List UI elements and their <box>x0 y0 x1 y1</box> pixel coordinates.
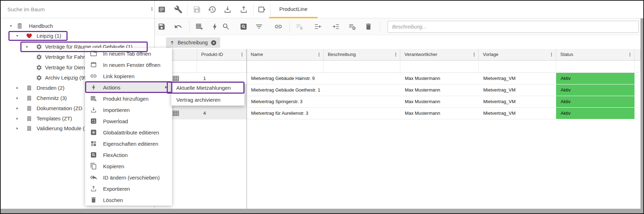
cell-name[interactable]: Mietvertrag Springerstr. 3 <box>247 96 324 108</box>
horizontal-scrollbar[interactable] <box>1 209 643 213</box>
indent-right-icon[interactable] <box>332 23 340 31</box>
menu-item-in-neuem-fenster-ffnen[interactable]: In neuem Fenster öffnen <box>85 59 172 70</box>
search-box-icon[interactable] <box>240 23 248 31</box>
flexaction-icon <box>90 151 97 158</box>
status-badge[interactable]: Aktiv <box>556 84 635 96</box>
table-add-icon[interactable] <box>195 23 203 31</box>
column-header-beschreibung[interactable]: Beschreibung <box>324 49 400 61</box>
cell-vorlage[interactable]: Mietvertrag_VM <box>479 96 556 108</box>
chevron-right-icon[interactable] <box>15 106 20 111</box>
cell-produkt-id[interactable]: 4 <box>197 108 247 119</box>
column-header-produkt-id[interactable]: Produkt-ID <box>197 49 247 61</box>
column-header-vorlage[interactable]: Vorlage <box>479 49 556 61</box>
submenu-item-vertrag-archivieren[interactable]: Vertrag archivieren <box>171 94 244 106</box>
tab-new-icon[interactable] <box>257 5 266 14</box>
submenu-item-aktuelle-mietzahlungen[interactable]: Aktuelle Mietzahlungen <box>171 82 244 94</box>
tree-item-leipzig-1[interactable]: Leipzig (1) <box>1 31 154 41</box>
menu-item-link-kopieren[interactable]: Link kopieren <box>85 70 172 82</box>
menu-item-in-neuem-tab-ffnen[interactable]: In neuem Tab öffnen <box>85 48 172 59</box>
chevron-right-icon[interactable] <box>15 116 20 121</box>
cell-verantwortlicher[interactable]: Max Mustermann <box>400 108 479 119</box>
bolt-icon[interactable] <box>211 23 219 31</box>
cell-name[interactable]: Mietvertrag Gebäude Hainstr. 9 <box>247 73 324 84</box>
menu-item-globalattribute-editieren[interactable]: Globalattribute editieren <box>85 127 172 138</box>
chevron-right-icon[interactable] <box>15 86 20 90</box>
filter-cell[interactable] <box>400 61 479 73</box>
filter-cell[interactable] <box>247 61 324 73</box>
menu-item-l-schen[interactable]: Löschen <box>85 194 172 206</box>
menu-item-label: FlexAction <box>103 152 128 158</box>
menu-item-powerload[interactable]: Powerload <box>85 115 172 127</box>
indent-left-icon[interactable] <box>314 23 322 31</box>
column-header-verantwortlicher[interactable]: Verantwortlicher <box>400 49 479 61</box>
filter-cell[interactable] <box>197 61 247 73</box>
filter-cell[interactable] <box>635 61 640 73</box>
wrench-icon[interactable] <box>174 5 183 14</box>
chevron-right-icon[interactable] <box>15 96 20 101</box>
import-icon[interactable] <box>223 5 232 14</box>
dots-vertical-icon[interactable] <box>627 52 633 57</box>
tab-productline[interactable]: ProductLine <box>269 1 318 18</box>
menu-item-exportieren[interactable]: Exportieren <box>85 183 172 194</box>
menu-item-kopieren[interactable]: Kopieren <box>85 160 172 172</box>
status-badge[interactable]: Aktiv <box>556 96 635 108</box>
filter-cell[interactable] <box>556 61 635 73</box>
cell-verantwortlicher[interactable]: Max Mustermann <box>400 73 479 84</box>
cell-beschreibung[interactable] <box>324 84 400 96</box>
status-badge[interactable]: Aktiv <box>556 73 635 84</box>
list-history-icon[interactable] <box>348 23 356 31</box>
chevron-right-icon[interactable] <box>25 44 30 49</box>
menu-item-importieren[interactable]: Importieren <box>85 104 172 115</box>
dots-vertical-icon[interactable] <box>393 52 398 57</box>
remove-sort-icon[interactable] <box>211 40 217 46</box>
cell-vorlage[interactable]: Mietvertrag_VM <box>479 108 556 119</box>
filter-cell[interactable] <box>324 61 400 73</box>
cell-beschreibung[interactable] <box>324 108 400 119</box>
dots-vertical-icon[interactable] <box>471 52 477 57</box>
column-header-name[interactable]: Name <box>247 49 324 61</box>
tree-item-handbuch[interactable]: Handbuch <box>1 21 154 31</box>
cell-beschreibung[interactable] <box>324 96 400 108</box>
tree-item-label: Handbuch <box>29 21 53 31</box>
cell-beschreibung[interactable] <box>324 73 400 84</box>
beschreibung-filter-input[interactable] <box>388 21 639 33</box>
menu-item-id-ndern-verschieben[interactable]: ID ändern (verschieben) <box>85 172 172 183</box>
cell-vorlage[interactable]: Mietvertrag_VM <box>479 84 556 96</box>
cell-verantwortlicher[interactable]: Max Mustermann <box>400 84 479 96</box>
cell-name[interactable]: Mietvertrag Gebäude Goethestr. 1 <box>247 84 324 96</box>
tree-search-input[interactable] <box>7 1 139 17</box>
list-lock-icon[interactable] <box>295 23 304 31</box>
cell-vorlage[interactable]: Mietvertrag_VM <box>479 73 556 84</box>
search-icon[interactable] <box>222 23 230 31</box>
chevron-down-icon[interactable] <box>8 24 13 29</box>
filter-icon[interactable] <box>255 23 263 31</box>
trash-icon[interactable] <box>364 23 372 31</box>
panel-resize-handle-icon[interactable]: ‖ <box>151 6 153 12</box>
dots-vertical-icon[interactable] <box>316 52 322 57</box>
save-icon[interactable] <box>158 23 166 31</box>
filter-cell[interactable] <box>479 61 556 73</box>
toolbar-separator <box>187 4 188 15</box>
menu-item-actions[interactable]: Actions <box>85 82 172 93</box>
history-icon[interactable] <box>208 5 216 14</box>
form-panel-icon[interactable] <box>158 5 166 14</box>
cell-verantwortlicher[interactable]: Max Mustermann <box>400 96 479 108</box>
vertical-scrollbar[interactable] <box>640 18 643 209</box>
export-icon[interactable] <box>240 5 248 14</box>
link-icon[interactable] <box>274 23 282 31</box>
cell-name[interactable]: Mietvertrag für Aurelienstr. 3 <box>247 108 324 119</box>
dots-vertical-icon[interactable] <box>549 52 554 57</box>
dots-vertical-icon[interactable] <box>239 52 245 57</box>
menu-item-eigenschaften-editieren[interactable]: Eigenschaften editieren <box>85 138 172 149</box>
status-badge[interactable]: Aktiv <box>556 108 635 119</box>
menu-item-flexaction[interactable]: FlexAction <box>85 149 172 160</box>
open-tab-icon <box>90 50 97 57</box>
column-header-status[interactable]: Status <box>556 49 635 61</box>
chevron-down-icon[interactable] <box>15 33 20 38</box>
chevron-right-icon[interactable] <box>15 126 20 131</box>
column-header-blank[interactable] <box>635 49 640 61</box>
sort-chip-beschreibung[interactable]: Beschreibung <box>166 37 220 48</box>
undo-icon[interactable] <box>174 23 182 31</box>
save-icon[interactable] <box>193 5 201 14</box>
menu-item-produkt-hinzuf-gen[interactable]: Produkt hinzufügen <box>85 93 172 104</box>
